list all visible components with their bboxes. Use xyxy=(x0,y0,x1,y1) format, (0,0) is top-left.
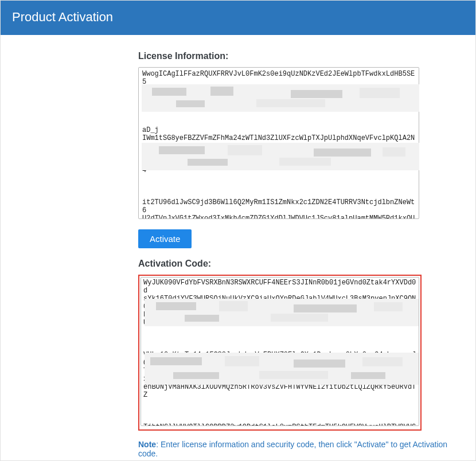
activate-button[interactable]: Activate xyxy=(138,229,192,248)
page-header: Product Activation xyxy=(1,1,475,35)
activation-code-textarea[interactable] xyxy=(141,277,419,426)
activation-code-highlight xyxy=(138,275,422,431)
note-text: : Enter license information and security… xyxy=(138,440,447,458)
page-title: Product Activation xyxy=(12,10,113,24)
product-activation-page: Product Activation License Information: … xyxy=(0,0,476,461)
license-information-textarea[interactable] xyxy=(138,67,419,219)
license-information-label: License Information: xyxy=(138,51,464,61)
content-area: License Information: Activate Activation… xyxy=(1,35,475,458)
note-label: Note xyxy=(138,440,156,449)
note-row: Note: Enter license information and secu… xyxy=(138,440,464,458)
activation-code-label: Activation Code: xyxy=(138,259,464,269)
